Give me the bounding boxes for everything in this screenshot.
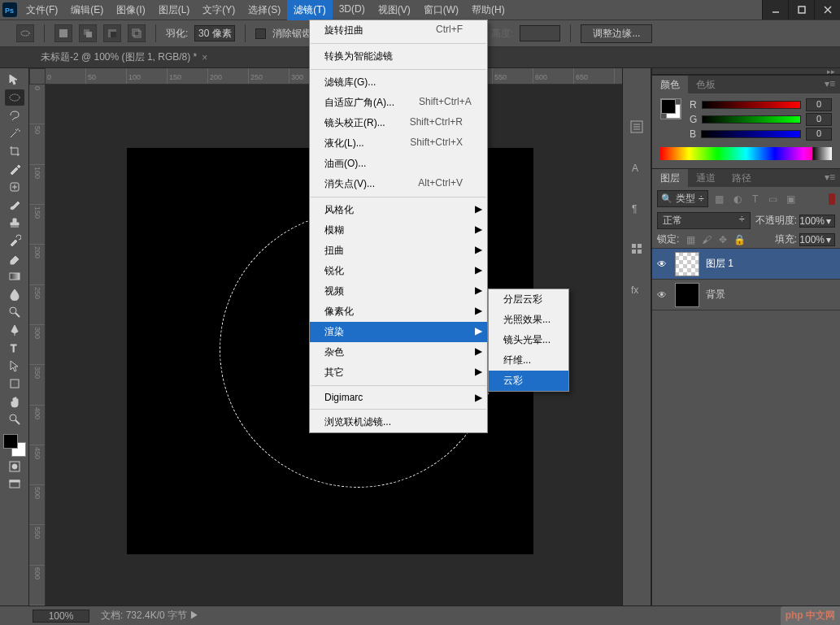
history-brush-tool[interactable]: [5, 232, 24, 249]
filter-type-icon[interactable]: T: [749, 193, 762, 206]
add-selection-icon[interactable]: [79, 24, 97, 42]
submenuitem-光照效果[interactable]: 光照效果...: [489, 310, 568, 330]
antialias-checkbox[interactable]: [255, 28, 266, 39]
lock-all-icon[interactable]: 🔒: [733, 233, 746, 246]
layer-row[interactable]: 👁图层 1: [652, 249, 840, 280]
menu-图像[interactable]: 图像(I): [110, 0, 151, 20]
menu-窗口[interactable]: 窗口(W): [417, 0, 465, 20]
filter-pixel-icon[interactable]: ▦: [713, 193, 726, 206]
color-panel-swatch[interactable]: [660, 98, 681, 119]
menuitem-转换为智能滤镜[interactable]: 转换为智能滤镜: [310, 46, 487, 67]
b-slider[interactable]: [701, 130, 801, 138]
tab-paths[interactable]: 路径: [724, 169, 759, 187]
styles-panel-icon[interactable]: [627, 239, 646, 258]
hand-tool[interactable]: [5, 393, 24, 410]
menuitem-锐化[interactable]: 锐化▶: [310, 261, 487, 281]
g-slider[interactable]: [702, 115, 801, 124]
refine-edge-button[interactable]: 调整边缘...: [581, 24, 652, 43]
spectrum-bar[interactable]: [660, 147, 832, 160]
filter-toggle[interactable]: [829, 193, 835, 205]
tab-color[interactable]: 颜色: [652, 76, 688, 93]
color-swatch[interactable]: [3, 434, 26, 457]
brush-tool[interactable]: [5, 197, 24, 213]
r-value[interactable]: 0: [806, 98, 832, 111]
stamp-tool[interactable]: [5, 215, 24, 231]
menu-帮助[interactable]: 帮助(H): [465, 0, 511, 20]
submenuitem-分层云彩[interactable]: 分层云彩: [489, 289, 568, 310]
menuitem-消失点V[interactable]: 消失点(V)...Alt+Ctrl+V: [310, 174, 487, 194]
color-panel-menu-icon[interactable]: ▾≡: [820, 76, 840, 93]
menuitem-模糊[interactable]: 模糊▶: [310, 220, 487, 241]
blur-tool[interactable]: [5, 286, 24, 302]
marquee-tool[interactable]: [5, 89, 24, 106]
dodge-tool[interactable]: [5, 304, 24, 320]
tool-preset-icon[interactable]: [16, 24, 34, 42]
pen-tool[interactable]: [5, 322, 24, 338]
feather-input[interactable]: [194, 25, 235, 41]
filter-smart-icon[interactable]: ▣: [785, 193, 798, 206]
menuitem-滤镜库G[interactable]: 滤镜库(G)...: [310, 72, 487, 93]
zoom-tool[interactable]: [5, 411, 24, 428]
blend-mode-dropdown[interactable]: 正常÷: [657, 212, 751, 229]
menuitem-其它[interactable]: 其它▶: [310, 362, 487, 383]
menuitem-Digimarc[interactable]: Digimarc▶: [310, 388, 487, 406]
move-tool[interactable]: [5, 72, 24, 88]
layer-filter-dropdown[interactable]: 🔍类型÷: [657, 190, 708, 207]
layers-panel-menu-icon[interactable]: ▾≡: [820, 169, 840, 187]
menuitem-旋转扭曲[interactable]: 旋转扭曲Ctrl+F: [310, 20, 487, 41]
menu-视图[interactable]: 视图(V): [372, 0, 417, 20]
maximize-button[interactable]: [788, 0, 814, 20]
menuitem-浏览联机滤镜[interactable]: 浏览联机滤镜...: [310, 412, 487, 432]
menu-滤镜[interactable]: 滤镜(T): [287, 0, 332, 20]
lock-transparent-icon[interactable]: ▦: [684, 233, 697, 246]
type-tool[interactable]: T: [5, 340, 24, 356]
tab-layers[interactable]: 图层: [652, 169, 688, 187]
healing-tool[interactable]: [5, 179, 24, 195]
filter-shape-icon[interactable]: ▭: [767, 193, 780, 206]
zoom-input[interactable]: 100%: [33, 610, 89, 623]
visibility-icon[interactable]: 👁: [657, 289, 668, 301]
r-slider[interactable]: [702, 101, 801, 109]
visibility-icon[interactable]: 👁: [657, 258, 668, 270]
opacity-input[interactable]: 100%▾: [799, 215, 835, 228]
menuitem-油画O[interactable]: 油画(O)...: [310, 154, 487, 174]
layer-thumbnail[interactable]: [675, 283, 699, 307]
close-button[interactable]: [814, 0, 840, 20]
menu-文件[interactable]: 文件(F): [20, 0, 64, 20]
submenuitem-云彩[interactable]: 云彩: [489, 371, 568, 391]
type-panel-icon[interactable]: fx: [627, 280, 646, 299]
menuitem-渲染[interactable]: 渲染▶: [310, 322, 487, 342]
menu-编辑[interactable]: 编辑(E): [64, 0, 110, 20]
submenuitem-纤维[interactable]: 纤维...: [489, 350, 568, 371]
menu-选择[interactable]: 选择(S): [242, 0, 287, 20]
character-panel-icon[interactable]: A: [627, 158, 646, 177]
eraser-tool[interactable]: [5, 250, 24, 267]
document-tab[interactable]: 未标题-2 @ 100% (图层 1, RGB/8) * ×: [33, 47, 215, 67]
close-tab-icon[interactable]: ×: [202, 52, 207, 63]
layer-thumbnail[interactable]: [675, 252, 699, 276]
menuitem-镜头校正R[interactable]: 镜头校正(R)...Shift+Ctrl+R: [310, 113, 487, 133]
collapse-panels-icon[interactable]: ▸▸: [827, 67, 835, 76]
shape-tool[interactable]: [5, 375, 24, 392]
menuitem-风格化[interactable]: 风格化▶: [310, 200, 487, 220]
tab-channels[interactable]: 通道: [688, 169, 724, 187]
b-value[interactable]: 0: [806, 128, 832, 141]
menuitem-扭曲[interactable]: 扭曲▶: [310, 241, 487, 261]
path-selection-tool[interactable]: [5, 358, 24, 374]
subtract-selection-icon[interactable]: [103, 24, 121, 42]
foreground-color[interactable]: [3, 434, 18, 449]
menu-文字[interactable]: 文字(Y): [196, 0, 242, 20]
screen-mode-tool[interactable]: [5, 476, 24, 493]
menuitem-自适应广角A[interactable]: 自适应广角(A)...Shift+Ctrl+A: [310, 93, 487, 113]
quick-mask-tool[interactable]: [5, 458, 24, 475]
filter-adjust-icon[interactable]: ◐: [731, 193, 744, 206]
menuitem-杂色[interactable]: 杂色▶: [310, 342, 487, 362]
paragraph-panel-icon[interactable]: ¶: [627, 198, 646, 218]
eyedropper-tool[interactable]: [5, 161, 24, 177]
menuitem-像素化[interactable]: 像素化▶: [310, 302, 487, 322]
gradient-tool[interactable]: [5, 268, 24, 284]
magic-wand-tool[interactable]: [5, 125, 24, 141]
g-value[interactable]: 0: [806, 113, 832, 126]
intersect-selection-icon[interactable]: [128, 24, 146, 42]
history-panel-icon[interactable]: [627, 117, 646, 137]
